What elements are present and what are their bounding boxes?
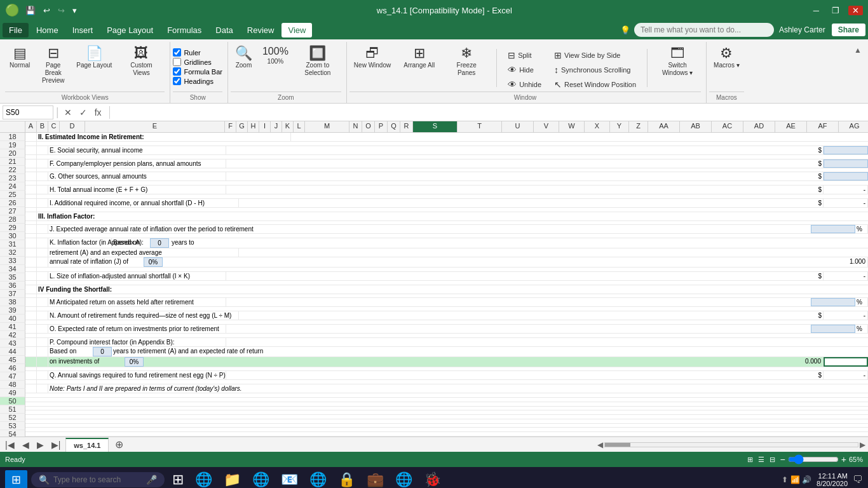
cell-L26[interactable]: $	[812, 186, 824, 194]
taskbar-clock[interactable]: 12:11 AM 8/20/2020	[817, 472, 848, 487]
cell-M28[interactable]: -	[824, 199, 868, 207]
cell-A21[interactable]	[25, 155, 37, 159]
cell-L20[interactable]: $	[812, 146, 824, 154]
cell-B35[interactable]	[37, 248, 48, 257]
cell-N50[interactable]: 0.000	[779, 357, 824, 367]
row-header-35[interactable]: 35	[0, 273, 25, 281]
cell-A20[interactable]	[25, 146, 37, 154]
cell-C46[interactable]: O. Expected rate of return on investment…	[48, 325, 226, 333]
cell-M32[interactable]	[811, 225, 855, 233]
cell-M46[interactable]	[811, 325, 855, 333]
col-header-M[interactable]: M	[305, 121, 349, 132]
taskbar-app-taskview[interactable]: ⊞	[168, 469, 187, 488]
cell-C26[interactable]: H. Total annual income (E + F + G)	[48, 186, 226, 194]
headings-checkbox[interactable]	[173, 77, 181, 85]
macros-button[interactable]: ⚙ Macros ▾	[709, 44, 744, 71]
cell-C24[interactable]: G. Other sources, annual amounts	[48, 172, 226, 180]
cell-C32[interactable]: J. Expected average annual rate of infla…	[48, 225, 239, 233]
row-header-29[interactable]: 29	[0, 224, 25, 232]
taskbar-app-file-explorer[interactable]: 📁	[220, 469, 245, 488]
col-header-J[interactable]: J	[271, 121, 282, 132]
row-header-46[interactable]: 46	[0, 364, 25, 372]
cell-B22[interactable]	[37, 159, 48, 168]
row-header-36[interactable]: 36	[0, 281, 25, 290]
menu-file[interactable]: File	[3, 23, 29, 37]
cell-A44[interactable]	[25, 311, 37, 320]
cell-A40[interactable]	[25, 285, 37, 294]
row-header-53[interactable]: 53	[0, 422, 25, 430]
normal-view-button[interactable]: ▤ Normal	[5, 44, 34, 71]
start-button[interactable]: ⊞	[5, 470, 27, 488]
undo-button[interactable]: ↩	[41, 4, 53, 17]
row-header-19[interactable]: 19	[0, 141, 25, 149]
qat-dropdown-button[interactable]: ▾	[70, 4, 79, 17]
reset-window-button[interactable]: ↖ Reset Window Position	[550, 78, 641, 92]
cell-C42[interactable]: M Anticipated return on assets held afte…	[48, 298, 226, 306]
gridlines-checkbox[interactable]	[173, 58, 181, 66]
cell-C35[interactable]: retirement (A) and an expected average	[48, 248, 239, 257]
row-header-20[interactable]: 20	[0, 149, 25, 158]
row-header-27[interactable]: 27	[0, 207, 25, 215]
taskbar-search-input[interactable]	[53, 475, 142, 484]
cell-C22[interactable]: F. Company/employer pension plans, annua…	[48, 159, 226, 168]
taskbar-app-edge[interactable]: 🌐	[248, 469, 273, 488]
cell-A29[interactable]	[25, 208, 37, 212]
page-break-preview-icon[interactable]: ⊟	[770, 456, 775, 464]
cell-C49[interactable]: Based on	[48, 347, 93, 356]
cell-M24[interactable]	[824, 172, 868, 180]
row-header-48[interactable]: 48	[0, 381, 25, 389]
cell-A33[interactable]	[25, 234, 37, 238]
cell-64[interactable]	[25, 432, 37, 436]
switch-windows-button[interactable]: 🗔 Switch Windows ▾	[654, 44, 701, 79]
cell-B32[interactable]	[37, 225, 48, 233]
cell-L22[interactable]: $	[812, 159, 824, 168]
cell-A26[interactable]	[25, 186, 37, 194]
taskbar-app-edge-old[interactable]: 🌐	[191, 469, 216, 488]
row-header-39[interactable]: 39	[0, 306, 25, 315]
split-button[interactable]: ⊟ Split	[503, 48, 546, 62]
menu-data[interactable]: Data	[209, 23, 239, 37]
tell-me-input[interactable]	[634, 23, 774, 37]
cell-D34[interactable]: Based on	[112, 238, 150, 248]
col-header-I[interactable]: I	[259, 121, 271, 132]
taskbar-app-store[interactable]: 💼	[363, 469, 388, 488]
cell-M22[interactable]	[824, 159, 868, 168]
cell-B40[interactable]: IV Funding the Shortfall:	[37, 285, 48, 294]
cell-C54[interactable]: Note: Parts I and II are prepared in ter…	[48, 384, 302, 393]
row-header-50[interactable]: 50	[0, 397, 25, 405]
col-header-S[interactable]: S	[413, 121, 458, 132]
new-window-button[interactable]: 🗗 New Window	[349, 44, 395, 71]
cell-E34[interactable]: 0	[150, 238, 169, 248]
col-header-O[interactable]: O	[362, 121, 375, 132]
cell-A54[interactable]	[25, 384, 37, 393]
cell-56[interactable]	[25, 398, 37, 402]
cell-61[interactable]	[25, 419, 37, 423]
cell-55[interactable]	[25, 393, 37, 397]
cell-C38[interactable]: L. Size of inflation-adjusted annual sho…	[48, 272, 226, 280]
cell-A22[interactable]	[25, 159, 37, 168]
cell-E49[interactable]: years to retirement (A) and an expected …	[112, 347, 290, 356]
cell-D50[interactable]: 0%	[125, 357, 144, 367]
name-box[interactable]	[3, 105, 53, 119]
row-header-22[interactable]: 22	[0, 166, 25, 174]
col-header-N[interactable]: N	[349, 121, 362, 132]
cell-L24[interactable]: $	[812, 172, 824, 180]
cell-A30[interactable]	[25, 212, 37, 220]
scroll-left-button[interactable]: ◀	[597, 440, 603, 449]
menu-view[interactable]: View	[281, 23, 312, 37]
col-header-V[interactable]: V	[534, 121, 559, 132]
sheet-tab-ws141[interactable]: ws_14.1	[65, 438, 109, 452]
cell-C36[interactable]: annual rate of inflation (J) of	[48, 257, 144, 267]
confirm-formula-button[interactable]: ✓	[77, 107, 90, 118]
row-header-21[interactable]: 21	[0, 158, 25, 166]
restore-button[interactable]: ❐	[828, 6, 843, 15]
cell-B34[interactable]	[37, 238, 48, 248]
col-header-A[interactable]: A	[25, 121, 37, 132]
col-header-L[interactable]: L	[294, 121, 305, 132]
zoom-button[interactable]: 🔍 Zoom	[231, 44, 257, 71]
cell-C52[interactable]: Q. Annual savings required to fund retir…	[48, 371, 226, 379]
formula-bar-checkbox[interactable]	[173, 67, 181, 76]
cell-F34[interactable]: years to	[169, 238, 197, 248]
formula-input[interactable]	[115, 105, 865, 119]
row-header-44[interactable]: 44	[0, 348, 25, 356]
